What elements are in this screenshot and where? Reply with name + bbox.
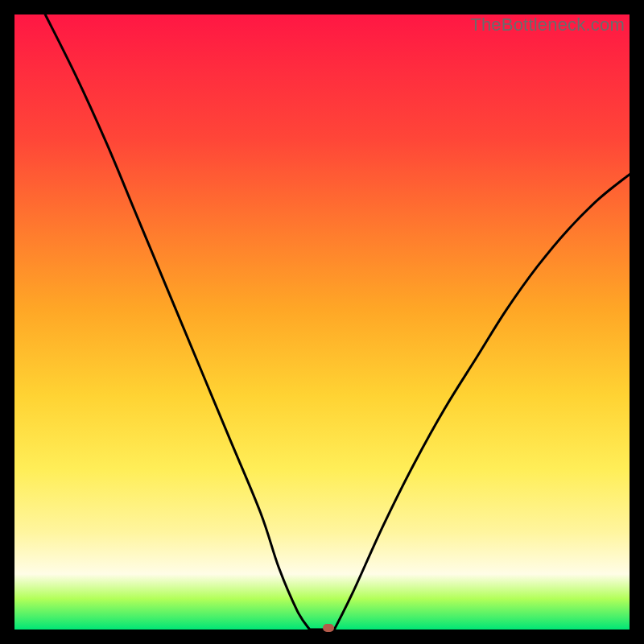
bottleneck-curve	[14, 14, 630, 630]
chart-frame: TheBottleneck.com	[0, 0, 644, 644]
plot-area: TheBottleneck.com	[14, 14, 630, 630]
minimum-marker	[323, 624, 334, 632]
